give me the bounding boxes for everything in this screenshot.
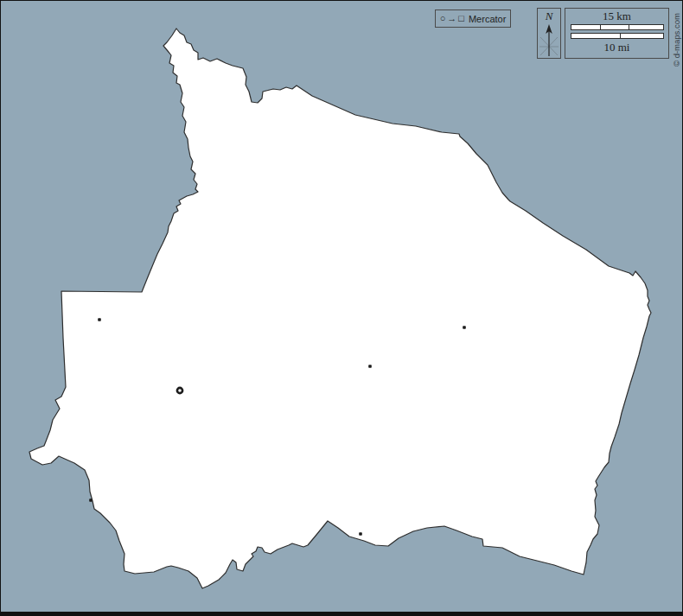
scale-tick — [600, 25, 601, 29]
scale-mi-label: 10 mi — [565, 40, 668, 54]
map-canvas: ○ → □ Mercator N 15 km 10 mi © d-maps.co… — [0, 0, 683, 616]
scale-bar-mi — [571, 33, 664, 39]
projection-arrow-icon: → — [447, 14, 456, 23]
scale-km-label: 15 km — [565, 9, 668, 22]
compass-box: N — [537, 8, 561, 59]
projection-legend: ○ → □ Mercator — [435, 10, 511, 28]
city-marker — [359, 532, 362, 536]
region-map — [1, 1, 683, 616]
projection-label: Mercator — [469, 14, 506, 24]
projection-square-icon: □ — [458, 14, 464, 23]
city-marker — [368, 365, 372, 368]
scale-tick — [620, 34, 621, 38]
city-marker — [89, 499, 93, 502]
compass-north-label: N — [538, 10, 560, 22]
region-outline — [29, 29, 651, 588]
copyright-text: © d-maps.com — [672, 6, 682, 67]
bottom-frame-line — [1, 612, 682, 615]
compass-rose-icon — [538, 22, 560, 57]
capital-marker — [177, 388, 182, 393]
city-marker — [463, 326, 466, 329]
city-marker — [98, 318, 101, 321]
scale-bar-km — [571, 24, 664, 30]
scale-bar: 15 km 10 mi — [565, 8, 669, 59]
scale-tick — [629, 25, 629, 29]
projection-circle-icon: ○ — [440, 14, 446, 23]
